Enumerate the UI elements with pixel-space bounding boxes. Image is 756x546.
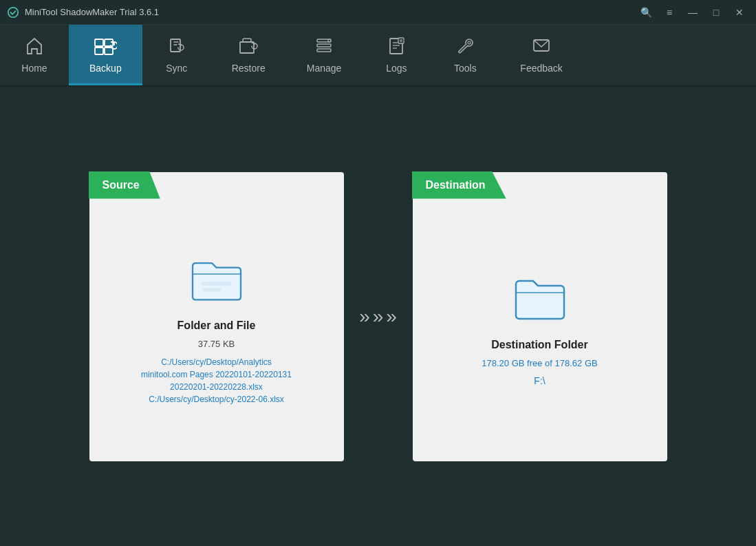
source-card-header: Source xyxy=(89,171,160,199)
logs-icon xyxy=(387,36,406,59)
nav-home-label: Home xyxy=(21,63,47,74)
app-icon xyxy=(7,6,19,19)
destination-label: Destination xyxy=(412,171,506,199)
menu-icon[interactable]: ≡ xyxy=(660,3,679,22)
nav-manage-label: Manage xyxy=(307,63,342,74)
title-bar: MiniTool ShadowMaker Trial 3.6.1 🔍 ≡ — □… xyxy=(0,0,756,25)
destination-title: Destination Folder xyxy=(491,339,587,351)
svg-point-18 xyxy=(468,41,471,44)
restore-icon xyxy=(238,36,259,59)
nav-logs[interactable]: Logs xyxy=(362,25,431,85)
svg-rect-2 xyxy=(105,39,113,46)
nav-tools[interactable]: Tools xyxy=(431,25,499,85)
nav-feedback-label: Feedback xyxy=(520,63,562,74)
main-content: Source Folder and File 37.75 KB C:/Users… xyxy=(0,87,756,546)
nav-backup[interactable]: Backup xyxy=(69,25,142,85)
destination-card[interactable]: Destination Destination Folder 178.20 GB… xyxy=(413,172,667,461)
nav-bar: Home Backup Sync xyxy=(0,25,756,87)
svg-rect-15 xyxy=(398,38,404,43)
svg-rect-8 xyxy=(317,44,331,47)
source-title: Folder and File xyxy=(177,319,256,332)
maximize-button[interactable]: □ xyxy=(706,3,726,22)
manage-icon xyxy=(314,36,334,59)
nav-restore-label: Restore xyxy=(232,63,266,74)
nav-home[interactable]: Home xyxy=(0,25,69,85)
feedback-icon xyxy=(532,36,551,59)
arrow-area: » » » xyxy=(344,307,413,326)
source-size: 37.75 KB xyxy=(198,339,235,349)
close-button[interactable]: ✕ xyxy=(730,3,749,22)
svg-point-0 xyxy=(8,7,18,17)
nav-tools-label: Tools xyxy=(454,63,477,74)
nav-logs-label: Logs xyxy=(386,63,407,74)
nav-restore[interactable]: Restore xyxy=(211,25,286,85)
nav-backup-label: Backup xyxy=(89,63,122,74)
chevron1: » xyxy=(359,307,370,326)
cards-row: Source Folder and File 37.75 KB C:/Users… xyxy=(28,107,728,525)
tools-icon xyxy=(455,36,475,59)
title-bar-controls: 🔍 ≡ — □ ✕ xyxy=(636,3,749,22)
svg-rect-20 xyxy=(202,282,231,286)
source-label: Source xyxy=(89,171,160,199)
nav-manage[interactable]: Manage xyxy=(286,25,363,85)
destination-folder-icon xyxy=(512,274,568,325)
destination-free-space: 178.20 GB free of 178.62 GB xyxy=(482,358,597,368)
app-title: MiniTool ShadowMaker Trial 3.6.1 xyxy=(25,7,159,17)
svg-rect-1 xyxy=(95,39,103,46)
chevron3: » xyxy=(386,307,397,326)
destination-card-body: Destination Folder 178.20 GB free of 178… xyxy=(413,200,667,461)
sync-icon xyxy=(167,36,186,59)
source-card-body: Folder and File 37.75 KB C:/Users/cy/Des… xyxy=(89,200,344,461)
backup-icon xyxy=(94,36,117,59)
destination-card-header: Destination xyxy=(412,171,506,199)
chevron2: » xyxy=(373,307,384,326)
source-folder-icon xyxy=(189,255,244,306)
source-paths: C:/Users/cy/Desktop/Analytics minitool.c… xyxy=(141,356,292,406)
source-card[interactable]: Source Folder and File 37.75 KB C:/Users… xyxy=(89,172,344,461)
svg-rect-3 xyxy=(95,48,103,54)
nav-sync-label: Sync xyxy=(166,63,187,74)
minimize-button[interactable]: — xyxy=(683,3,702,22)
svg-rect-21 xyxy=(202,288,222,292)
arrow-chevrons: » » » xyxy=(359,307,397,326)
destination-drive: F:\ xyxy=(534,375,545,386)
svg-rect-9 xyxy=(317,49,331,52)
home-icon xyxy=(25,36,44,59)
nav-feedback[interactable]: Feedback xyxy=(499,25,583,85)
nav-sync[interactable]: Sync xyxy=(142,25,211,85)
title-bar-left: MiniTool ShadowMaker Trial 3.6.1 xyxy=(7,6,159,19)
search-icon[interactable]: 🔍 xyxy=(636,3,656,22)
